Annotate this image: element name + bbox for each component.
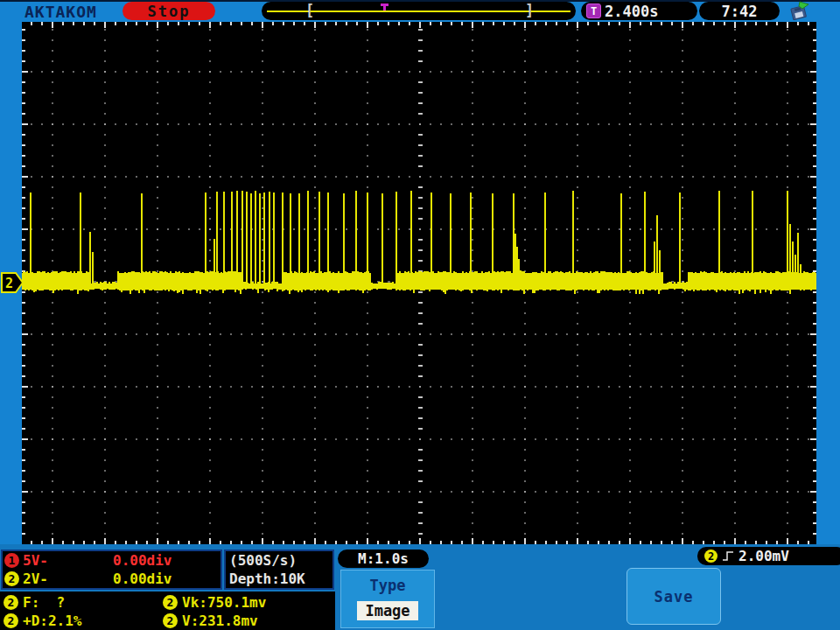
waveform-display: [22, 22, 816, 544]
rising-edge-icon: [722, 550, 734, 563]
measurement-voltage: 2 V:231.8mv: [163, 612, 258, 629]
channel1-settings-row: 1 5V- 0.00div: [3, 551, 220, 570]
menu-title: Type: [370, 577, 406, 594]
meas-ch-badge: 2: [163, 613, 178, 628]
channel2-trace: [22, 191, 816, 294]
run-state-badge: Stop: [122, 2, 215, 20]
trigger-time-value: 2.400s: [605, 3, 658, 20]
trigger-position-icon-stem: [383, 5, 386, 10]
save-disk-icon: [788, 1, 811, 21]
channel1-badge: 1: [4, 553, 19, 568]
window-bracket-open: [: [305, 2, 314, 20]
channel2-settings-row: 2 2V- 0.00div: [3, 570, 220, 588]
clock-badge: 7:42: [699, 2, 780, 20]
acquisition-info-box: (500S/s) Depth:10K: [224, 550, 334, 590]
measurement-frequency: 2 F: ?: [4, 594, 65, 611]
channel2-marker-label: 2: [5, 276, 13, 291]
meas-frequency-value: F: ?: [23, 594, 65, 611]
trigger-time-badge: T 2.400s: [581, 2, 697, 20]
channel2-badge: 2: [4, 571, 19, 586]
trigger-t-icon: T: [586, 4, 601, 18]
menu-type-panel[interactable]: Type Image: [340, 570, 435, 628]
measurement-vk: 2 Vk:750.1mv: [163, 594, 266, 611]
meas-voltage-value: V:231.8mv: [182, 612, 258, 629]
trigger-level-value: 2.00mV: [738, 548, 789, 564]
memory-depth-label: Depth:10K: [229, 570, 329, 587]
measurement-duty: 2 +D:2.1%: [4, 612, 81, 629]
memory-position-bar[interactable]: [ ]: [262, 2, 576, 20]
sample-rate-label: (500S/s): [229, 552, 329, 569]
trigger-level-badge: 2 2.00mV: [697, 547, 840, 565]
clock-value: 7:42: [722, 3, 758, 20]
channel2-vdiv: 2V-: [23, 570, 48, 587]
meas-ch-badge: 2: [4, 595, 18, 610]
meas-duty-value: +D:2.1%: [23, 612, 81, 629]
save-button[interactable]: Save: [626, 568, 721, 625]
meas-ch-badge: 2: [163, 595, 178, 610]
oscilloscope-screen: { "top": { "brand": "AKTAKOM", "run_stat…: [0, 0, 840, 630]
channel1-offset: 0.00div: [113, 552, 172, 569]
brand-label: AKTAKOM: [24, 3, 97, 21]
save-button-label: Save: [654, 588, 694, 606]
trigger-channel-badge: 2: [704, 550, 718, 563]
channel-settings-box: 1 5V- 0.00div 2 2V- 0.00div: [1, 550, 222, 590]
menu-selected-option[interactable]: Image: [357, 601, 417, 620]
channel1-vdiv: 5V-: [23, 552, 48, 569]
channel2-offset: 0.00div: [113, 570, 172, 587]
meas-vk-value: Vk:750.1mv: [182, 594, 266, 611]
meas-ch-badge: 2: [4, 613, 18, 628]
window-bracket-close: ]: [525, 2, 534, 20]
measurements-box: 2 F: ? 2 Vk:750.1mv 2 +D:2.1% 2 V:231.8m…: [0, 592, 335, 630]
channel2-position-marker[interactable]: 2: [1, 271, 24, 294]
run-state-label: Stop: [148, 3, 191, 20]
timebase-badge: M:1.0s: [338, 550, 429, 568]
timebase-value: M:1.0s: [358, 550, 409, 567]
